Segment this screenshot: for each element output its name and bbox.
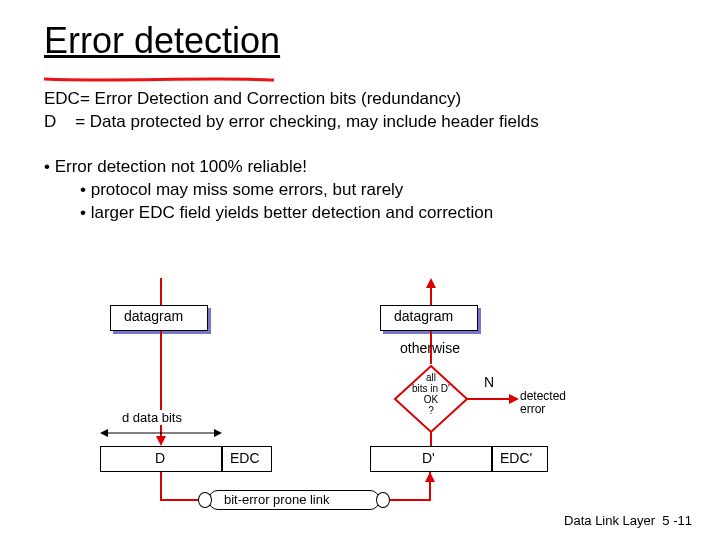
- arrow-N: [467, 392, 519, 406]
- definition-edc: EDC= Error Detection and Correction bits…: [44, 88, 676, 111]
- d-data-bits-arrow: [100, 426, 222, 440]
- svg-marker-6: [426, 278, 436, 288]
- label-D-prime: D': [422, 450, 435, 466]
- definition-d: D = Data protected by error checking, ma…: [44, 111, 676, 134]
- slide-title: Error detection: [0, 0, 720, 66]
- bullet-2: • larger EDC field yields better detecti…: [44, 202, 676, 225]
- slide-body: EDC= Error Detection and Correction bits…: [0, 66, 720, 225]
- label-otherwise: otherwise: [400, 340, 460, 356]
- label-D: D: [155, 450, 165, 466]
- svg-marker-11: [509, 394, 519, 404]
- bullet-0: • Error detection not 100% reliable!: [44, 156, 676, 179]
- label-EDC-prime: EDC': [500, 450, 532, 466]
- label-link: bit-error prone link: [224, 492, 330, 507]
- error-detection-diagram: datagram d data bits D EDC datagram othe…: [100, 278, 620, 508]
- label-N: N: [484, 374, 494, 390]
- label-decision: all bits in D' OK ?: [408, 372, 454, 416]
- label-d-data-bits: d data bits: [120, 410, 184, 425]
- footer-page: 5 -11: [662, 513, 692, 528]
- svg-marker-4: [100, 429, 108, 437]
- bullet-1: • protocol may miss some errors, but rar…: [44, 179, 676, 202]
- slide-footer: Data Link Layer 5 -11: [564, 513, 692, 528]
- title-red-underline: [44, 76, 274, 83]
- label-detected-error: detected error: [520, 390, 566, 416]
- label-EDC: EDC: [230, 450, 260, 466]
- footer-section: Data Link Layer: [564, 513, 655, 528]
- svg-marker-13: [425, 472, 435, 482]
- svg-marker-5: [214, 429, 222, 437]
- bullet-list: • Error detection not 100% reliable! • p…: [44, 156, 676, 225]
